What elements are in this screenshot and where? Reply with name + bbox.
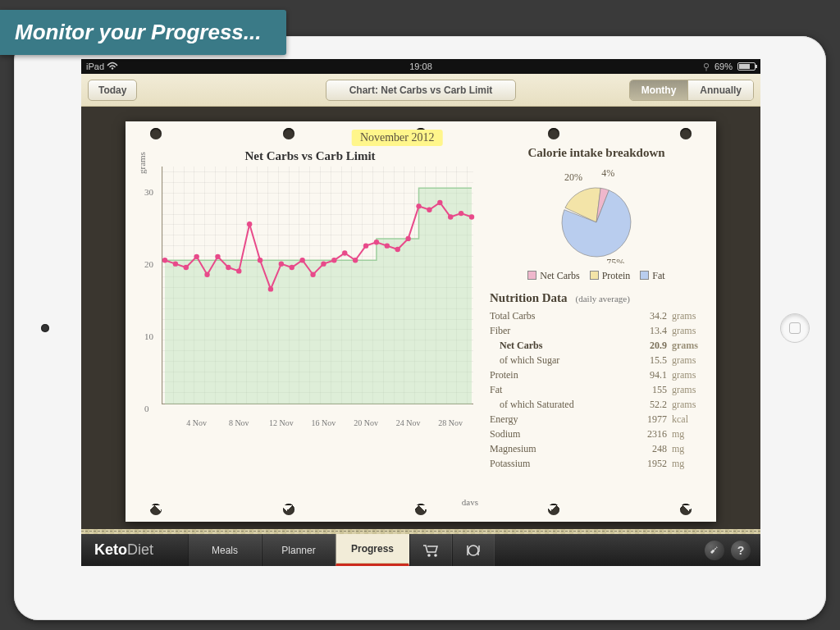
nutrition-title: Nutrition Data bbox=[490, 291, 568, 304]
legend-item: Net Carbs bbox=[527, 270, 579, 282]
settings-button[interactable] bbox=[705, 541, 724, 560]
svg-point-19 bbox=[353, 258, 358, 262]
svg-point-28 bbox=[448, 214, 453, 219]
battery-icon bbox=[737, 62, 756, 71]
tab-restaurant[interactable] bbox=[452, 534, 495, 566]
binder-holes-bottom bbox=[150, 504, 692, 515]
svg-point-11 bbox=[268, 286, 273, 291]
svg-point-26 bbox=[427, 208, 431, 212]
svg-text:20%: 20% bbox=[564, 171, 582, 183]
svg-point-16 bbox=[321, 261, 326, 266]
tab-meals[interactable]: Meals bbox=[188, 534, 262, 566]
line-chart: grams Net Carbs vs Carb Limit 4 Nov8 Nov… bbox=[142, 149, 478, 505]
chart-svg bbox=[162, 167, 474, 404]
pie-title: Calorie intake breakdown bbox=[490, 146, 703, 160]
nutrition-row: of which Sugar15.5grams bbox=[490, 353, 703, 368]
pie-svg: 20%4%75% bbox=[535, 165, 658, 263]
nutrition-subtitle: (daily average) bbox=[576, 294, 630, 304]
svg-point-1 bbox=[162, 258, 167, 262]
side-panel: Calorie intake breakdown 20%4%75% Net Ca… bbox=[490, 149, 703, 505]
tab-planner[interactable]: Planner bbox=[262, 534, 336, 566]
period-annually[interactable]: Annually bbox=[687, 80, 753, 100]
pie-legend: Net CarbsProteinFat bbox=[490, 270, 703, 282]
paper-sheet: November 2012 grams Net Carbs vs Carb Li… bbox=[126, 121, 716, 522]
period-monthly[interactable]: Monthy bbox=[630, 80, 688, 100]
svg-point-4 bbox=[194, 254, 199, 259]
chart-selector[interactable]: Chart: Net Carbs vs Carb Limit bbox=[326, 80, 516, 101]
content-area: November 2012 grams Net Carbs vs Carb Li… bbox=[81, 107, 760, 533]
device-label: iPad bbox=[86, 62, 104, 71]
cart-icon bbox=[422, 543, 440, 558]
home-button[interactable] bbox=[780, 313, 810, 343]
legend-item: Protein bbox=[590, 270, 631, 282]
nutrition-row: Potassium1952mg bbox=[490, 456, 703, 471]
nutrition-row: Fiber13.4grams bbox=[490, 323, 703, 338]
svg-point-25 bbox=[416, 203, 421, 208]
svg-point-12 bbox=[279, 261, 284, 266]
svg-point-30 bbox=[469, 214, 474, 219]
pie-chart: 20%4%75% bbox=[490, 165, 703, 263]
svg-point-34 bbox=[427, 554, 431, 557]
svg-text:4%: 4% bbox=[601, 167, 614, 179]
nutrition-row: of which Saturated52.2grams bbox=[490, 397, 703, 412]
svg-point-23 bbox=[395, 247, 400, 252]
svg-point-3 bbox=[184, 265, 189, 270]
svg-point-22 bbox=[385, 243, 390, 248]
chart-title: Net Carbs vs Carb Limit bbox=[142, 149, 478, 163]
svg-point-36 bbox=[468, 546, 478, 555]
nutrition-header: Nutrition Data (daily average) bbox=[490, 290, 703, 305]
brand-part1: Keto bbox=[94, 541, 127, 559]
top-navbar: Today Chart: Net Carbs vs Carb Limit Mon… bbox=[81, 74, 760, 107]
svg-point-5 bbox=[204, 272, 209, 277]
status-bar: iPad 19:08 ⚲ 69% bbox=[81, 59, 760, 74]
period-segmented: Monthy Annually bbox=[629, 80, 754, 101]
svg-point-14 bbox=[299, 258, 304, 262]
svg-point-0 bbox=[112, 67, 113, 69]
svg-point-18 bbox=[342, 250, 347, 255]
svg-point-17 bbox=[331, 258, 336, 262]
help-button[interactable]: ? bbox=[731, 541, 751, 560]
svg-point-8 bbox=[236, 268, 241, 273]
svg-point-9 bbox=[247, 221, 252, 226]
main-tabs: MealsPlannerProgress bbox=[188, 534, 409, 566]
nutrition-row: Magnesium248mg bbox=[490, 441, 703, 456]
chart-xlabel: days bbox=[462, 497, 478, 507]
tab-shopping[interactable] bbox=[409, 534, 452, 566]
month-chip: November 2012 bbox=[352, 130, 443, 146]
ipad-bezel: iPad 19:08 ⚲ 69% Today Chart: Net Carbs … bbox=[14, 36, 826, 620]
svg-point-35 bbox=[434, 554, 437, 557]
chart-plot[interactable]: 4 Nov8 Nov12 Nov16 Nov20 Nov24 Nov28 Nov… bbox=[162, 167, 473, 404]
plate-icon bbox=[465, 543, 482, 558]
chart-selector-label: Chart: Net Carbs vs Carb Limit bbox=[326, 80, 515, 100]
chart-ylabel: grams bbox=[137, 152, 147, 174]
bluetooth-icon: ⚲ bbox=[703, 62, 710, 72]
svg-point-7 bbox=[226, 265, 231, 270]
screen: iPad 19:08 ⚲ 69% Today Chart: Net Carbs … bbox=[81, 59, 760, 566]
brand-logo[interactable]: KetoDiet bbox=[81, 534, 188, 566]
wrench-icon bbox=[709, 545, 720, 556]
nutrition-row: Fat155grams bbox=[490, 382, 703, 397]
tab-progress[interactable]: Progress bbox=[336, 534, 409, 566]
svg-point-27 bbox=[437, 200, 442, 205]
nutrition-row: Sodium2316mg bbox=[490, 427, 703, 441]
nutrition-row: Protein94.1grams bbox=[490, 368, 703, 382]
svg-point-15 bbox=[310, 272, 315, 277]
svg-point-24 bbox=[405, 236, 410, 241]
svg-point-10 bbox=[258, 258, 262, 262]
nutrition-table: Total Carbs34.2gramsFiber13.4gramsNet Ca… bbox=[490, 308, 703, 471]
nutrition-row: Total Carbs34.2grams bbox=[490, 308, 703, 323]
battery-pct: 69% bbox=[714, 62, 733, 71]
svg-point-29 bbox=[459, 211, 463, 216]
svg-point-21 bbox=[374, 240, 379, 244]
legend-item: Fat bbox=[640, 270, 664, 282]
bottom-tabbar: KetoDiet MealsPlannerProgress ? bbox=[81, 533, 760, 566]
nutrition-row: Net Carbs20.9grams bbox=[490, 338, 703, 353]
clock: 19:08 bbox=[409, 62, 432, 71]
wifi-icon bbox=[107, 62, 118, 71]
brand-part2: Diet bbox=[127, 541, 153, 559]
today-button[interactable]: Today bbox=[88, 80, 137, 101]
promo-banner: Monitor your Progress... bbox=[0, 10, 286, 55]
camera-dot bbox=[41, 324, 49, 332]
nutrition-row: Energy1977kcal bbox=[490, 412, 703, 427]
svg-text:75%: 75% bbox=[606, 257, 624, 263]
